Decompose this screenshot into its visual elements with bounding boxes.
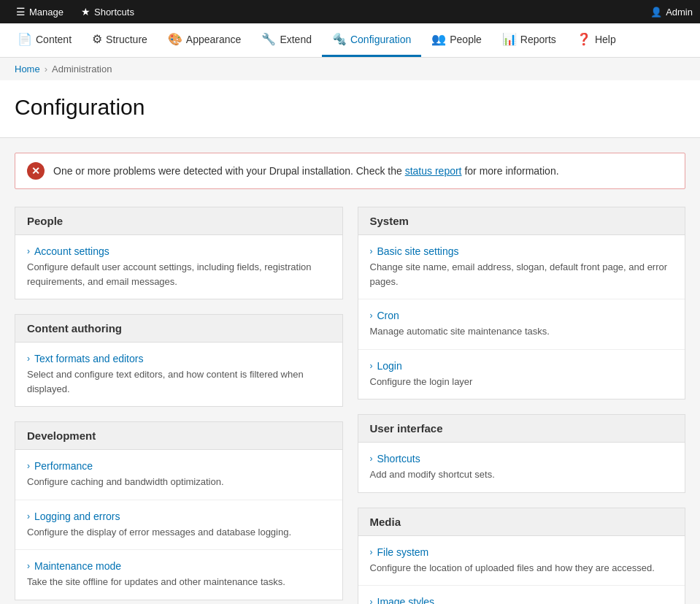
section-item-file-system: › File system Configure the location of … [358, 536, 685, 586]
configuration-icon: 🔩 [332, 32, 347, 46]
section-item-performance: › Performance Configure caching and band… [15, 450, 342, 500]
performance-title: Performance [34, 460, 93, 472]
nav-reports-label: Reports [520, 34, 556, 45]
breadcrumb-home[interactable]: Home [15, 64, 40, 74]
nav-reports[interactable]: 📊 Reports [492, 23, 566, 57]
nav-structure[interactable]: ⚙ Structure [82, 23, 158, 57]
image-styles-title: Image styles [377, 596, 435, 604]
section-development: Development › Performance Configure cach… [15, 421, 343, 600]
section-system: System › Basic site settings Change site… [358, 207, 686, 400]
account-settings-title: Account settings [34, 245, 109, 257]
nav-extend[interactable]: 🔧 Extend [251, 23, 322, 57]
cron-title: Cron [377, 310, 399, 321]
nav-help[interactable]: ❓ Help [566, 23, 626, 57]
maintenance-desc: Take the site offline for updates and ot… [27, 575, 331, 589]
section-media-header: Media [358, 508, 685, 536]
section-item-maintenance: › Maintenance mode Take the site offline… [15, 550, 342, 600]
nav-content[interactable]: 📄 Content [7, 23, 82, 57]
chevron-right-icon-6: › [370, 246, 373, 256]
chevron-right-icon-5: › [27, 561, 30, 571]
performance-desc: Configure caching and bandwidth optimiza… [27, 475, 331, 489]
star-icon: ★ [81, 6, 91, 18]
section-item-cron: › Cron Manage automatic site maintenance… [358, 299, 685, 350]
text-formats-desc: Select and configure text editors, and h… [27, 367, 331, 396]
cron-desc: Manage automatic site maintenance tasks. [370, 324, 674, 339]
section-item-text-formats: › Text formats and editors Select and co… [15, 343, 342, 406]
nav-extend-label: Extend [280, 34, 312, 45]
image-styles-link[interactable]: › Image styles [370, 596, 674, 604]
breadcrumb-admin: Administration [52, 64, 112, 74]
nav-configuration[interactable]: 🔩 Configuration [322, 23, 421, 57]
shortcuts-button[interactable]: ★ Shortcuts [72, 0, 143, 23]
alert-message-end: for more information. [462, 165, 559, 177]
account-settings-desc: Configure default user account settings,… [27, 260, 331, 288]
content-icon: 📄 [18, 32, 32, 46]
chevron-right-icon-7: › [370, 310, 373, 321]
breadcrumb-separator: › [45, 64, 47, 74]
basic-site-title: Basic site settings [377, 245, 459, 257]
account-settings-link[interactable]: › Account settings [27, 245, 331, 257]
file-system-link[interactable]: › File system [370, 546, 674, 558]
admin-user[interactable]: 👤 Admin [650, 7, 693, 18]
section-user-interface: User interface › Shortcuts Add and modif… [358, 414, 686, 493]
alert-text: One or more problems were detected with … [53, 165, 559, 177]
section-system-header: System [358, 207, 685, 235]
nav-configuration-label: Configuration [350, 34, 411, 45]
admin-bar: ☰ Manage ★ Shortcuts 👤 Admin [0, 0, 700, 23]
section-item-account-settings: › Account settings Configure default use… [15, 235, 342, 299]
right-column: System › Basic site settings Change site… [358, 207, 686, 604]
text-formats-link[interactable]: › Text formats and editors [27, 353, 331, 364]
login-link[interactable]: › Login [370, 360, 674, 372]
people-icon: 👥 [431, 32, 446, 46]
alert-error-icon: ✕ [27, 162, 45, 180]
main-nav: 📄 Content ⚙ Structure 🎨 Appearance 🔧 Ext… [0, 23, 700, 58]
section-item-logging: › Logging and errors Configure the displ… [15, 500, 342, 551]
cron-link[interactable]: › Cron [370, 310, 674, 321]
page-title: Configuration [15, 95, 685, 120]
section-people-header: People [15, 207, 342, 235]
section-item-shortcuts: › Shortcuts Add and modify shortcut sets… [358, 443, 685, 492]
section-content-authoring-header: Content authoring [15, 315, 342, 343]
alert-message-text: One or more problems were detected with … [53, 165, 405, 177]
help-icon: ❓ [577, 32, 591, 46]
manage-button[interactable]: ☰ Manage [7, 0, 72, 23]
nav-appearance-label: Appearance [186, 34, 242, 45]
section-item-login: › Login Configure the login layer [358, 350, 685, 400]
appearance-icon: 🎨 [168, 32, 182, 46]
content-area: ✕ One or more problems were detected wit… [0, 138, 700, 604]
login-desc: Configure the login layer [370, 375, 674, 389]
maintenance-link[interactable]: › Maintenance mode [27, 560, 331, 572]
logging-desc: Configure the display of error messages … [27, 525, 331, 540]
section-item-image-styles: › Image styles [358, 586, 685, 604]
left-column: People › Account settings Configure defa… [15, 207, 343, 604]
reports-icon: 📊 [502, 32, 517, 46]
section-media: Media › File system Configure the locati… [358, 508, 686, 605]
alert-message: ✕ One or more problems were detected wit… [15, 153, 685, 189]
manage-label: Manage [29, 7, 64, 18]
section-content-authoring: Content authoring › Text formats and edi… [15, 314, 343, 407]
chevron-right-icon: › [27, 246, 30, 256]
section-item-basic-site: › Basic site settings Change site name, … [358, 235, 685, 299]
chevron-right-icon-8: › [370, 361, 373, 371]
logging-link[interactable]: › Logging and errors [27, 511, 331, 522]
nav-appearance[interactable]: 🎨 Appearance [158, 23, 252, 57]
section-development-header: Development [15, 422, 342, 450]
shortcuts-label: Shortcuts [94, 7, 134, 18]
login-title: Login [377, 360, 402, 372]
performance-link[interactable]: › Performance [27, 460, 331, 472]
breadcrumb: Home › Administration [0, 58, 700, 80]
chevron-right-icon-11: › [370, 597, 373, 604]
basic-site-link[interactable]: › Basic site settings [370, 245, 674, 257]
extend-icon: 🔧 [261, 32, 276, 46]
shortcuts-link[interactable]: › Shortcuts [370, 453, 674, 465]
nav-content-label: Content [36, 34, 72, 45]
status-report-link[interactable]: status report [405, 165, 462, 177]
shortcuts-desc: Add and modify shortcut sets. [370, 467, 674, 482]
nav-help-label: Help [595, 34, 616, 45]
file-system-title: File system [377, 546, 429, 558]
chevron-right-icon-2: › [27, 353, 30, 364]
chevron-right-icon-9: › [370, 454, 373, 464]
admin-bar-left: ☰ Manage ★ Shortcuts [7, 0, 143, 23]
structure-icon: ⚙ [92, 32, 102, 46]
nav-people[interactable]: 👥 People [421, 23, 492, 57]
